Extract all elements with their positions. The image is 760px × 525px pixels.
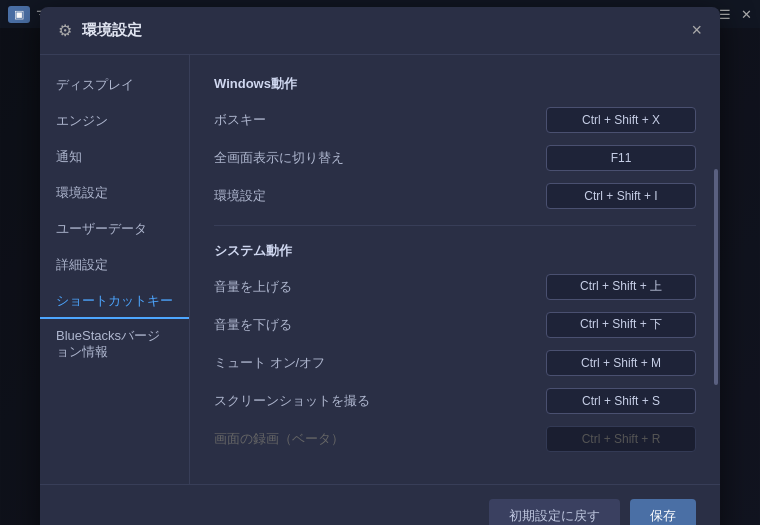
save-button[interactable]: 保存 — [630, 499, 696, 526]
modal-backdrop: ⚙ 環境設定 × ディスプレイ エンジン 通知 環境設定 ユーザーデータ 詳細設… — [0, 28, 760, 525]
modal-title: 環境設定 — [82, 21, 142, 40]
setting-row-volume-up: 音量を上げる — [214, 274, 696, 300]
section-divider — [214, 225, 696, 226]
sidebar-item-settings[interactable]: 環境設定 — [40, 175, 189, 211]
section-system-title: システム動作 — [214, 242, 696, 260]
setting-row-mute: ミュート オン/オフ — [214, 350, 696, 376]
screenshot-label: スクリーンショットを撮る — [214, 392, 546, 410]
setting-row-env-settings: 環境設定 — [214, 183, 696, 209]
fullscreen-input[interactable] — [546, 145, 696, 171]
modal-close-button[interactable]: × — [691, 21, 702, 39]
taskbar-menu-icon[interactable]: ☰ — [719, 7, 731, 22]
settings-sidebar: ディスプレイ エンジン 通知 環境設定 ユーザーデータ 詳細設定 ショートカット… — [40, 55, 190, 484]
settings-content: Windows動作 ボスキー 全画面表示に切り替え 環境設定 システム動作 — [190, 55, 720, 484]
setting-row-boss-key: ボスキー — [214, 107, 696, 133]
screen-record-input — [546, 426, 696, 452]
volume-up-input[interactable] — [546, 274, 696, 300]
modal-footer: 初期設定に戻す 保存 — [40, 484, 720, 526]
fullscreen-label: 全画面表示に切り替え — [214, 149, 546, 167]
mute-input[interactable] — [546, 350, 696, 376]
volume-down-input[interactable] — [546, 312, 696, 338]
sidebar-item-userdata[interactable]: ユーザーデータ — [40, 211, 189, 247]
sidebar-item-shortcuts[interactable]: ショートカットキー — [40, 283, 189, 319]
scrollbar[interactable] — [714, 169, 718, 385]
modal-header: ⚙ 環境設定 × — [40, 7, 720, 55]
reset-button[interactable]: 初期設定に戻す — [489, 499, 620, 526]
boss-key-label: ボスキー — [214, 111, 546, 129]
modal-body: ディスプレイ エンジン 通知 環境設定 ユーザーデータ 詳細設定 ショートカット… — [40, 55, 720, 484]
sidebar-item-display[interactable]: ディスプレイ — [40, 67, 189, 103]
boss-key-input[interactable] — [546, 107, 696, 133]
setting-row-screenshot: スクリーンショットを撮る — [214, 388, 696, 414]
mute-label: ミュート オン/オフ — [214, 354, 546, 372]
screenshot-input[interactable] — [546, 388, 696, 414]
env-settings-input[interactable] — [546, 183, 696, 209]
volume-up-label: 音量を上げる — [214, 278, 546, 296]
setting-row-screen-record: 画面の録画（ベータ） — [214, 426, 696, 452]
taskbar-app-icon: ▣ — [8, 6, 30, 23]
screen-record-label: 画面の録画（ベータ） — [214, 430, 546, 448]
taskbar-close-icon[interactable]: ✕ — [741, 7, 752, 22]
env-settings-label: 環境設定 — [214, 187, 546, 205]
sidebar-item-engine[interactable]: エンジン — [40, 103, 189, 139]
sidebar-item-bluestacks-info[interactable]: BlueStacksバージョン情報 — [40, 319, 189, 371]
volume-down-label: 音量を下げる — [214, 316, 546, 334]
sidebar-item-advanced[interactable]: 詳細設定 — [40, 247, 189, 283]
setting-row-volume-down: 音量を下げる — [214, 312, 696, 338]
setting-row-fullscreen: 全画面表示に切り替え — [214, 145, 696, 171]
sidebar-item-notification[interactable]: 通知 — [40, 139, 189, 175]
settings-gear-icon: ⚙ — [58, 21, 72, 40]
settings-modal: ⚙ 環境設定 × ディスプレイ エンジン 通知 環境設定 ユーザーデータ 詳細設… — [40, 7, 720, 526]
section-windows-title: Windows動作 — [214, 75, 696, 93]
